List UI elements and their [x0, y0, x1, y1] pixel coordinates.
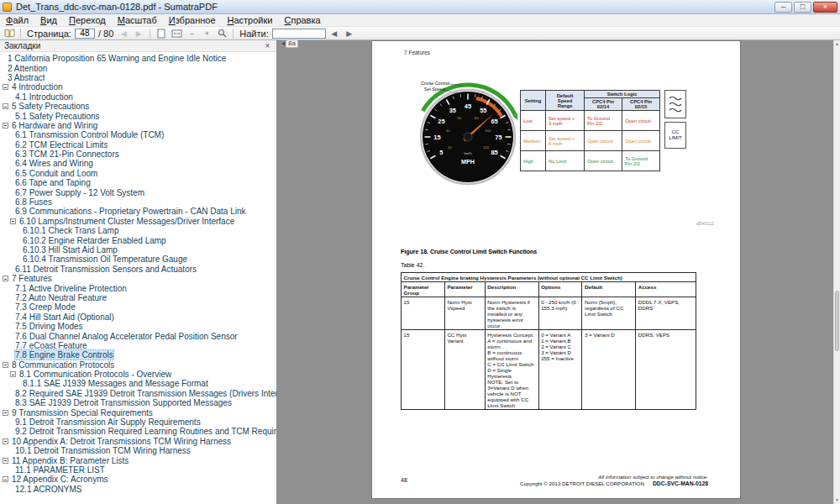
- bookmark-item[interactable]: 6.11 Detroit Transmission Sensors and Ac…: [0, 265, 276, 274]
- bookmark-item[interactable]: 6.3 TCM 21-Pin Connectors: [0, 150, 276, 159]
- bookmark-item[interactable]: 3 Abstract: [0, 73, 276, 82]
- bookmark-item[interactable]: 7.7 eCoast Feature: [0, 341, 276, 350]
- collapse-icon[interactable]: [3, 276, 8, 281]
- magnifier-icon: [218, 29, 227, 38]
- page-number-input[interactable]: [75, 29, 95, 39]
- kmh-unit-label: km/h: [464, 151, 472, 155]
- bookmark-item[interactable]: 8.2 Required SAE J1939 Detroit Transmiss…: [0, 389, 276, 398]
- maximize-button[interactable]: □: [794, 2, 811, 13]
- bookmark-item[interactable]: 8.3 SAE J1939 Detroit Transmission Suppo…: [0, 398, 276, 407]
- bookmark-item[interactable]: 6.7 Power Supply - 12 Volt System: [0, 187, 276, 197]
- zoom-in-button[interactable]: +: [200, 28, 213, 39]
- bookmark-item[interactable]: 7.8 Engine Brake Controls: [0, 350, 276, 360]
- menu-item-4[interactable]: Избранное: [163, 14, 222, 27]
- nav-forward-button[interactable]: ▶: [132, 28, 145, 39]
- bookmark-label: 6.10.4 Transmission Oil Temperature Gaug…: [23, 255, 187, 264]
- toggle-bookmarks-button[interactable]: [3, 28, 16, 39]
- gauge-mark: 85: [491, 149, 497, 156]
- collapse-icon[interactable]: [3, 84, 8, 90]
- bookmark-item[interactable]: 9 Transmission Special Requirements: [0, 407, 276, 417]
- bookmark-item[interactable]: 6.10.2 Engine Retarder Enabled Lamp: [0, 235, 276, 244]
- close-sidebar-button[interactable]: ×: [263, 42, 272, 50]
- bookmark-item[interactable]: 1 California Proposition 65 Warning and …: [0, 54, 276, 63]
- bookmark-label: 6.9 Communications - Proprietary Powertr…: [15, 207, 246, 216]
- switch-logic-header: Switch Logic: [585, 91, 660, 98]
- bookmark-item[interactable]: 10 Appendix A: Detroit Transmissions TCM…: [0, 437, 276, 446]
- bookmark-item[interactable]: 9.1 Detroit Transmission Air Supply Requ…: [0, 417, 276, 427]
- menu-item-0[interactable]: Файл: [0, 14, 34, 27]
- find-input[interactable]: [272, 29, 326, 39]
- bookmark-item[interactable]: 6.2 TCM Electrical Limits: [0, 140, 276, 150]
- bookmark-label: 8.2 Required SAE J1939 Detroit Transmiss…: [15, 389, 276, 398]
- nav-back-button[interactable]: ◀: [117, 28, 130, 39]
- collapse-icon[interactable]: [3, 362, 8, 368]
- bookmark-item[interactable]: 4.1 Introduction: [0, 92, 276, 102]
- collapse-icon[interactable]: [3, 458, 8, 464]
- param-cell: DDRS, VEPS: [636, 330, 696, 410]
- bookmark-item[interactable]: 6.10.3 Hill Start Aid Lamp: [0, 245, 276, 255]
- bookmark-item[interactable]: 12.1 ACRONYMS: [0, 485, 276, 494]
- bookmark-item[interactable]: 2 Attention: [0, 63, 276, 72]
- bookmark-item[interactable]: 8.1 Communication Protocols - Overview: [0, 370, 276, 379]
- scroll-down-icon[interactable]: ▼: [834, 496, 840, 504]
- bookmark-item[interactable]: 6 Hardware and Wiring: [0, 121, 276, 130]
- menu-item-1[interactable]: Вид: [34, 14, 63, 27]
- bookmark-item[interactable]: 6.6 Tape and Taping: [0, 178, 276, 187]
- bookmark-item[interactable]: 8 Communication Protocols: [0, 360, 276, 370]
- bookmark-item[interactable]: 7.5 Driving Modes: [0, 322, 276, 331]
- collapse-icon[interactable]: [3, 123, 8, 129]
- scrollbar-thumb[interactable]: [835, 291, 839, 351]
- bookmark-item[interactable]: 7.2 Auto Neutral Feature: [0, 293, 276, 302]
- bookmark-item[interactable]: 5 Safety Precautions: [0, 102, 276, 111]
- bookmark-label: 12 Appendix C: Acronyms: [12, 475, 108, 484]
- mph-unit-label: MPH: [461, 158, 475, 165]
- bookmark-item[interactable]: 8.1.1 SAE J1939 Messages and Message For…: [0, 379, 276, 388]
- bookmark-item[interactable]: 6.5 Conduit and Loom: [0, 169, 276, 178]
- collapse-icon[interactable]: [10, 371, 16, 377]
- find-previous-button[interactable]: ◀: [328, 28, 341, 39]
- bookmark-item[interactable]: 7 Features: [0, 274, 276, 283]
- bookmark-item[interactable]: 6.10.4 Transmission Oil Temperature Gaug…: [0, 255, 276, 264]
- bookmark-item[interactable]: 11 Appendix B: Parameter Lists: [0, 455, 276, 465]
- bookmark-item[interactable]: 7.1 Active Driveline Protection: [0, 283, 276, 292]
- bookmark-item[interactable]: 6.9 Communications - Proprietary Powertr…: [0, 207, 276, 216]
- bookmark-item[interactable]: 9.2 Detroit Transmission Required Learni…: [0, 427, 276, 436]
- minimize-button[interactable]: –: [774, 2, 792, 13]
- menu-item-5[interactable]: Настройки: [222, 14, 279, 27]
- gauge-mark: 100: [485, 129, 491, 133]
- bookmark-label: 8.1.1 SAE J1939 Messages and Message For…: [23, 379, 208, 388]
- collapse-icon[interactable]: [3, 438, 8, 444]
- fit-page-button[interactable]: [155, 28, 168, 39]
- menu-item-3[interactable]: Масштаб: [112, 14, 163, 27]
- scroll-up-icon[interactable]: ▲: [834, 40, 840, 48]
- collapse-icon[interactable]: [10, 218, 16, 224]
- close-button[interactable]: ×: [813, 2, 837, 13]
- menu-item-2[interactable]: Переход: [63, 14, 112, 27]
- find-next-button[interactable]: ▶: [343, 28, 356, 39]
- bookmark-item[interactable]: 7.3 Creep Mode: [0, 302, 276, 312]
- collapse-icon[interactable]: [3, 103, 8, 109]
- zoom-out-button[interactable]: −: [185, 28, 198, 39]
- bookmark-item[interactable]: 6.10.1 Check Trans Lamp: [0, 226, 276, 235]
- bookmark-item[interactable]: 5.1 Safety Precautions: [0, 111, 276, 120]
- bookmark-item[interactable]: 6.1 Transmission Control Module (TCM): [0, 130, 276, 139]
- bookmark-item[interactable]: 7.6 Dual Channel Analog Accelerator Peda…: [0, 331, 276, 340]
- bookmark-item[interactable]: 7.4 Hill Start Aid (Optional): [0, 312, 276, 322]
- cc-switch-symbol-box: [664, 90, 686, 118]
- footer-doc-code: DDC-SVC-MAN-0128: [653, 480, 708, 486]
- collapse-icon[interactable]: [3, 476, 8, 482]
- document-viewport[interactable]: ◂ 8a 7 Features Cruise Control Set Speed: [277, 40, 840, 504]
- menu-item-6[interactable]: Справка: [278, 14, 326, 27]
- bookmark-item[interactable]: 11.1 PARAMETER LIST: [0, 465, 276, 475]
- bookmark-label: 4 Introduction: [12, 82, 63, 92]
- zoom-tool-button[interactable]: [215, 28, 228, 39]
- fit-width-button[interactable]: [170, 28, 183, 39]
- bookmark-item[interactable]: 6.4 Wires and Wiring: [0, 159, 276, 168]
- bookmark-item[interactable]: 10.1 Detroit Transmission TCM Wiring Har…: [0, 446, 276, 455]
- bookmark-item[interactable]: 6.10 Lamps/Instrument Cluster Messages/D…: [0, 217, 276, 226]
- bookmark-item[interactable]: 4 Introduction: [0, 82, 276, 92]
- collapse-icon[interactable]: [3, 410, 8, 416]
- bookmark-item[interactable]: 6.8 Fuses: [0, 197, 276, 207]
- bookmark-item[interactable]: 12 Appendix C: Acronyms: [0, 475, 276, 484]
- vertical-scrollbar[interactable]: ▲ ▼: [833, 40, 840, 504]
